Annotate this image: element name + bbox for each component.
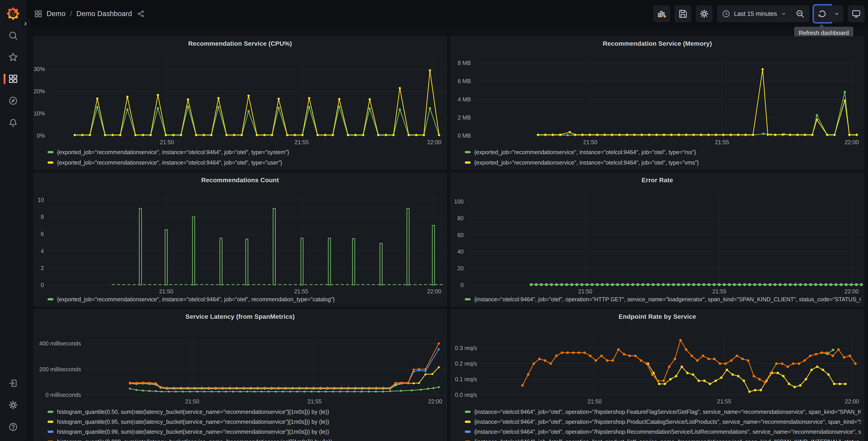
legend-label[interactable]: {exported_job="recommendationservice", i… [57,296,335,303]
save-dashboard-button[interactable] [675,6,691,22]
refresh-button[interactable] [814,6,831,22]
legend-label[interactable]: {exported_job="recommendationservice", i… [474,159,699,166]
panel-recommendation-cpu: Recommendation Service (CPU%) 21:5021:55… [33,36,447,170]
sidebar [0,0,26,441]
y-axis-tick: 0.3 req/s [455,345,477,351]
legend-item: histogram_quantile(0.50, sum(rate(latenc… [48,407,443,417]
legend-swatch[interactable] [465,421,471,423]
legend-item: {instance="otelcol:9464", job="otel", op… [465,295,861,304]
series [73,69,440,136]
legend-label[interactable]: {instance="otelcol:9464", job="otel", op… [474,409,861,415]
count-chart: 21:5021:5522:000246810 [33,173,447,306]
series [129,343,440,389]
y-axis-tick: 60 [457,232,464,238]
legend-item: {exported_job="recommendationservice", i… [48,147,443,157]
legend-swatch[interactable] [465,411,471,413]
legend-label[interactable]: {instance="otelcol:9464", job="otel", op… [474,439,861,441]
y-axis-tick: 2 MB [458,114,471,121]
y-axis-tick: 6 MB [458,78,471,84]
sidebar-item-sign-in[interactable] [0,373,26,394]
legend-label[interactable]: histogram_quantile(0.99, sum(rate(latenc… [57,429,329,435]
x-axis-tick: 21:50 [587,398,602,405]
legend-label[interactable]: {exported_job="recommendationservice", i… [474,149,696,155]
x-axis-tick: 22:00 [844,288,859,295]
share-icon[interactable] [137,10,145,18]
sidebar-item-alerting[interactable] [0,113,26,133]
zoom-out-time-button[interactable] [791,6,809,22]
legend-item: {exported_job="recommendationservice", i… [48,157,443,168]
legend-swatch[interactable] [48,298,53,300]
legend-label[interactable]: {exported_job="recommendationservice", i… [57,149,289,155]
legend: {exported_job="recommendationservice", i… [465,147,861,168]
y-axis-tick: 200 milliseconds [39,366,81,373]
legend-label[interactable]: {instance="otelcol:9464", job="otel", op… [474,296,861,303]
y-axis-tick: 0 MB [458,133,471,139]
sidebar-item-dashboards[interactable] [0,68,26,89]
legend-swatch[interactable] [465,151,471,153]
legend-item: {exported_job="recommendationservice", i… [465,147,861,157]
x-axis-tick: 22:00 [427,139,441,145]
legend-swatch[interactable] [48,421,53,423]
sidebar-item-help[interactable] [0,416,26,437]
sidebar-item-server-admin[interactable] [0,394,26,415]
refresh-interval-dropdown[interactable] [831,6,843,22]
legend-swatch[interactable] [48,411,53,413]
legend-item: {exported_job="recommendationservice", i… [48,295,443,304]
y-axis-tick: 8 MB [458,60,471,66]
time-picker-button[interactable]: Last 15 minutes [717,6,791,22]
x-axis-tick: 21:50 [159,288,173,295]
toolbar: Last 15 minutes [653,6,864,22]
y-axis-tick: 0 [461,282,464,288]
active-indicator [4,74,5,84]
legend-label[interactable]: {instance="otelcol:9464", job="otel", op… [474,429,861,435]
sidebar-item-explore[interactable] [0,90,26,111]
add-panel-button[interactable] [653,6,670,22]
legend-swatch[interactable] [48,431,53,433]
panel-recommendation-memory: Recommendation Service (Memory) 21:5021:… [451,36,864,170]
legend-item: histogram_quantile(0.95, sum(rate(latenc… [48,417,443,427]
y-axis-tick: 0 [41,282,44,288]
error-rate-chart: 21:5021:5522:00020406080100 [451,173,864,306]
legend-label[interactable]: {instance="otelcol:9464", job="otel", op… [474,419,861,425]
y-axis-tick: 400 milliseconds [39,340,81,347]
y-axis-tick: 0.2 req/s [455,360,477,367]
legend-swatch[interactable] [465,431,471,433]
x-axis-tick: 22:00 [427,288,441,295]
legend-swatch[interactable] [465,298,471,300]
legend-item: {instance="otelcol:9464", job="otel", op… [465,417,861,427]
series [129,348,440,389]
panel-endpoint-rate: Endpoint Rate by Service 21:5021:5522:00… [451,309,864,441]
legend-swatch[interactable] [48,151,53,153]
chevron-down-icon [780,10,787,17]
legend-label[interactable]: {exported_job="recommendationservice", i… [57,159,282,166]
legend: {instance="otelcol:9464", job="otel", op… [465,295,861,304]
top-bar: Demo / Demo Dashboard L [0,0,868,28]
y-axis-tick: 20 [457,265,464,271]
breadcrumb-section[interactable]: Demo [46,10,66,18]
x-axis-tick: 21:55 [717,398,731,405]
legend-label[interactable]: histogram_quantile(0.95, sum(rate(latenc… [57,419,329,425]
sidebar-expand-button[interactable] [20,18,31,29]
sidebar-item-search[interactable] [0,25,26,46]
y-axis-tick: 8 [41,214,44,220]
x-axis-tick: 21:55 [294,288,308,295]
legend-label[interactable]: histogram_quantile(0.50, sum(rate(latenc… [57,409,329,415]
y-axis-tick: 4 MB [458,96,471,102]
legend: histogram_quantile(0.50, sum(rate(latenc… [48,407,443,441]
cycle-view-mode-button[interactable] [848,6,864,22]
dashboard-settings-button[interactable] [696,6,712,22]
x-axis-tick: 21:50 [160,139,174,145]
legend-item: {instance="otelcol:9464", job="otel", op… [465,427,861,437]
x-axis-tick: 21:55 [712,288,726,295]
y-axis-tick: 30% [34,66,45,72]
sidebar-item-starred[interactable] [0,47,26,67]
x-axis-tick: 21:55 [308,398,322,405]
clock-icon [722,9,731,18]
legend-swatch[interactable] [465,161,471,164]
legend-label[interactable]: histogram_quantile(0.999, sum(rate(laten… [57,439,332,441]
breadcrumb-separator: / [70,10,72,18]
breadcrumb-page-title: Demo Dashboard [76,10,132,18]
legend-swatch[interactable] [48,161,53,164]
dashboard-page: Demo / Demo Dashboard L [0,0,868,441]
series [537,68,858,136]
